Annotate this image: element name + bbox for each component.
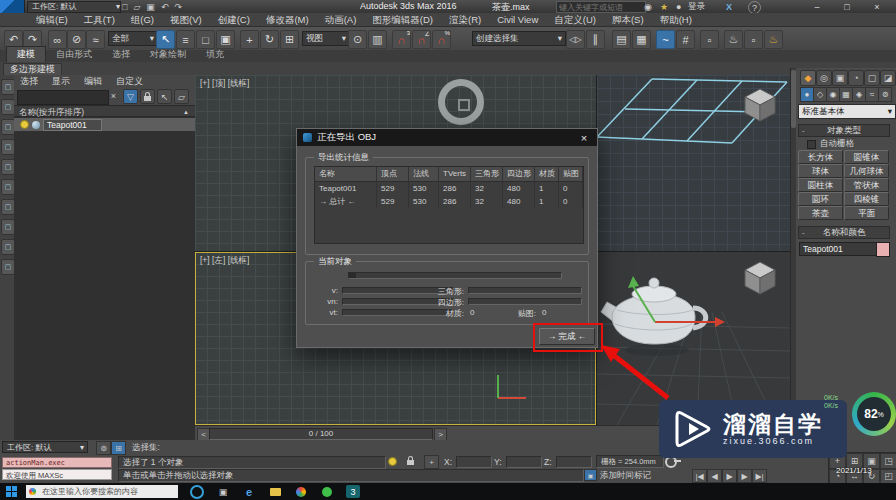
reference-coordinate-dropdown[interactable]: 视图▾ — [302, 31, 350, 46]
viewport-left-label[interactable]: [+] [左] [线框] — [200, 255, 249, 267]
use-pivot-center-icon[interactable]: ⊙ — [348, 30, 367, 49]
lock-icon[interactable] — [140, 89, 155, 104]
angle-snap-icon[interactable]: ∩ ∠ — [412, 30, 431, 49]
button-pyramid[interactable]: 四棱锥 — [844, 192, 889, 206]
save-icon[interactable]: ▣ — [146, 2, 155, 12]
rollout-name-color[interactable]: - 名称和颜色 — [798, 226, 890, 239]
redo-icon[interactable]: ↷ — [174, 2, 182, 12]
absolute-offset-icon[interactable]: + — [424, 455, 439, 469]
pick-object-icon[interactable]: ↖ — [157, 89, 172, 104]
button-cone[interactable]: 圆锥体 — [844, 150, 889, 164]
maximize-button[interactable]: □ — [834, 0, 860, 13]
explorer-column-header[interactable]: 名称(按升序排序) ▲ — [14, 105, 195, 117]
object-color-swatch[interactable] — [876, 242, 890, 257]
menu-create[interactable]: 创建(C) — [210, 13, 258, 27]
button-teapot[interactable]: 茶壶 — [798, 206, 843, 220]
add-time-tag[interactable]: 添加时间标记 — [600, 470, 651, 482]
curve-editor-icon[interactable]: ~ — [656, 30, 675, 49]
ribbon-tab-modeling[interactable]: 建模 — [6, 46, 46, 62]
strip-icon-3[interactable]: ▢ — [1, 119, 15, 135]
selection-filter-dropdown[interactable]: 全部▾ — [108, 31, 158, 46]
dialog-title-bar[interactable]: 正在导出 OBJ × — [297, 129, 597, 146]
button-cylinder[interactable]: 圆柱体 — [798, 178, 843, 192]
viewport-front[interactable] — [597, 75, 790, 251]
menu-group[interactable]: 组(G) — [123, 13, 162, 27]
layer-manager-icon[interactable]: ▤ — [612, 30, 631, 49]
task-view-icon[interactable]: ▣ — [216, 485, 230, 498]
select-and-move-icon[interactable]: + — [240, 30, 259, 49]
ribbon-toggle-icon[interactable]: ▦ — [632, 30, 651, 49]
ribbon-tab-selection[interactable]: 选择 — [102, 47, 140, 62]
button-geosphere[interactable]: 几何球体 — [844, 164, 889, 178]
button-torus[interactable]: 圆环 — [798, 192, 843, 206]
category-spacewarps-icon[interactable]: ≈ — [865, 87, 879, 102]
category-shapes-icon[interactable]: ◇ — [813, 87, 827, 102]
explorer-search-input[interactable] — [17, 90, 109, 105]
category-helpers-icon[interactable]: ◈ — [852, 87, 866, 102]
3dsmax-taskbar-icon[interactable]: 3 — [346, 485, 360, 498]
ribbon-tab-populate[interactable]: 填充 — [196, 47, 234, 62]
time-slider-handle[interactable]: 0 / 100 — [209, 428, 433, 440]
panel-scrollbar[interactable] — [791, 68, 796, 450]
open-file-icon[interactable]: ▱ — [133, 2, 140, 12]
menu-scripting[interactable]: 脚本(S) — [604, 13, 652, 27]
z-coordinate-field[interactable] — [556, 456, 592, 468]
tab-modify[interactable]: ◎ — [816, 70, 832, 86]
strip-icon-1[interactable]: ▢ — [1, 79, 15, 95]
new-file-icon[interactable]: □ — [122, 2, 127, 12]
ribbon-tab-object-paint[interactable]: 对象绘制 — [140, 47, 196, 62]
search-icon[interactable]: ◉ — [644, 0, 652, 13]
material-editor-icon[interactable]: ▫ — [700, 30, 719, 49]
explorer-menu-display[interactable]: 显示 — [52, 75, 70, 88]
object-name-field[interactable]: Teapot001 — [799, 242, 878, 256]
play-button[interactable]: ▶ — [722, 469, 737, 483]
go-to-start-button[interactable]: |◀ — [692, 469, 707, 483]
isolate-bulb-icon[interactable] — [386, 455, 399, 467]
category-lights-icon[interactable]: ◉ — [826, 87, 840, 102]
tab-motion[interactable]: ◔ — [848, 70, 864, 86]
ribbon-tab-freeform[interactable]: 自由形式 — [46, 47, 102, 62]
snap-toggle-3d-icon[interactable]: ∩ 3 — [392, 30, 411, 49]
menu-views[interactable]: 视图(V) — [162, 13, 210, 27]
favorites-icon[interactable]: ★ — [660, 0, 668, 13]
strip-icon-2[interactable]: ▢ — [1, 99, 15, 115]
button-sphere[interactable]: 球体 — [798, 164, 843, 178]
viewport-top-label[interactable]: [+] [顶] [线框] — [200, 78, 249, 90]
align-icon[interactable]: ∥ — [586, 30, 605, 49]
render-setup-icon[interactable]: ♨ — [724, 30, 743, 49]
file-explorer-icon[interactable] — [268, 485, 282, 498]
strip-icon-7[interactable]: ▢ — [1, 199, 15, 215]
button-tube[interactable]: 管状体 — [844, 178, 889, 192]
menu-edit[interactable]: 编辑(E) — [28, 13, 76, 27]
viewcube-icon[interactable] — [742, 87, 778, 123]
menu-animation[interactable]: 动画(A) — [317, 13, 365, 27]
strip-icon-9[interactable]: ▢ — [1, 239, 15, 255]
maxscript-listener-line1[interactable]: actionMan.exec — [2, 457, 112, 468]
start-button[interactable] — [6, 486, 17, 497]
strip-icon-8[interactable]: ▢ — [1, 219, 15, 235]
menu-rendering[interactable]: 渲染(R) — [441, 13, 489, 27]
menu-graph-editors[interactable]: 图形编辑器(D) — [364, 13, 441, 27]
filter-icon[interactable]: ▽ — [123, 89, 138, 104]
next-frame-button[interactable]: ▶ — [737, 469, 752, 483]
3dsmax-logo-icon[interactable] — [0, 0, 25, 13]
maxscript-listener-line2[interactable]: 欢迎使用 MAXSc — [2, 469, 112, 480]
previous-frame-button[interactable]: ◀ — [707, 469, 722, 483]
tab-hierarchy[interactable]: ▣ — [832, 70, 848, 86]
primitive-category-dropdown[interactable]: 标准基本体 ▾ — [798, 104, 896, 119]
folder-icon[interactable]: ▱ — [174, 89, 189, 104]
menu-customize[interactable]: 自定义(U) — [546, 13, 604, 27]
explorer-menu-customize[interactable]: 自定义 — [116, 75, 143, 88]
workspace-selector-bottom[interactable]: 工作区: 默认 ▾ — [2, 441, 88, 453]
mirror-icon[interactable]: ◁▷ — [566, 30, 585, 49]
exchange-icon[interactable]: X — [726, 0, 732, 13]
strip-icon-6[interactable]: ▢ — [1, 179, 15, 195]
strip-icon-10[interactable]: ▢ — [1, 259, 15, 275]
menu-civil-view[interactable]: Civil View — [489, 13, 546, 27]
select-and-scale-icon[interactable]: ⊞ — [280, 30, 299, 49]
maximize-viewport-icon[interactable]: ◰ — [880, 469, 896, 485]
close-button[interactable]: × — [864, 0, 890, 13]
explorer-menu-select[interactable]: 选择 — [20, 75, 38, 88]
button-plane[interactable]: 平面 — [844, 206, 889, 220]
workspace-selector[interactable]: 工作区: 默认 ▾ — [27, 1, 121, 13]
